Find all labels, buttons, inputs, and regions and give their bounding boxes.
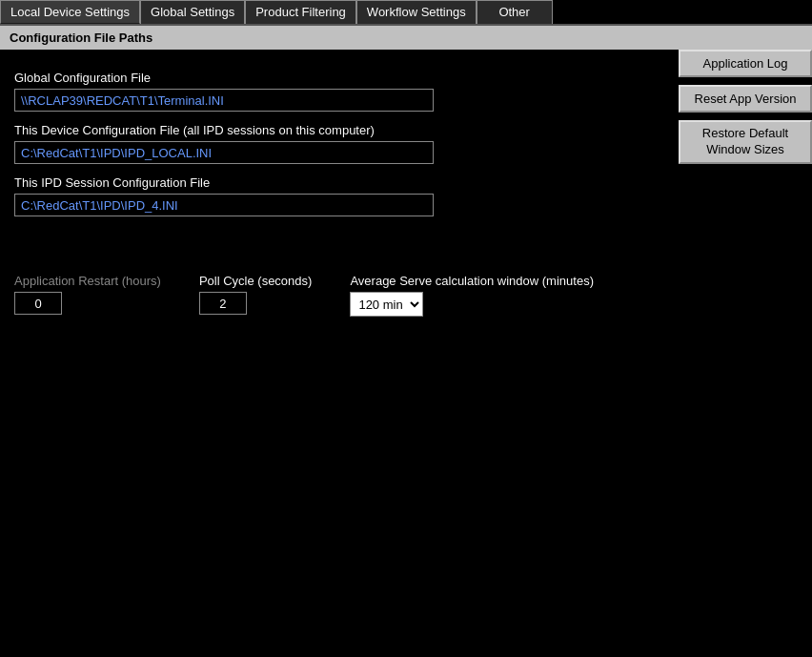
global-config-input[interactable] xyxy=(14,89,434,112)
bottom-section: Application Restart (hours) Poll Cycle (… xyxy=(0,264,812,326)
app-restart-input[interactable] xyxy=(14,292,62,315)
tab-local-device-settings[interactable]: Local Device Settings xyxy=(0,0,140,24)
app-restart-label: Application Restart (hours) xyxy=(14,274,161,288)
avg-serve-spinner-container: 120 min 60 min 30 min 15 min xyxy=(350,292,594,317)
section-header: Configuration File Paths xyxy=(0,26,812,50)
app-log-button[interactable]: Application Log xyxy=(679,50,812,77)
app-restart-group: Application Restart (hours) xyxy=(14,274,161,315)
session-config-label: This IPD Session Configuration File xyxy=(14,175,798,190)
avg-serve-group: Average Serve calculation window (minute… xyxy=(350,274,594,317)
poll-cycle-input[interactable] xyxy=(199,292,247,315)
poll-cycle-group: Poll Cycle (seconds) xyxy=(199,274,313,315)
tab-workflow-settings[interactable]: Workflow Settings xyxy=(356,0,477,24)
device-config-input[interactable] xyxy=(14,141,434,164)
tab-bar: Local Device Settings Global Settings Pr… xyxy=(0,0,812,26)
avg-serve-select[interactable]: 120 min 60 min 30 min 15 min xyxy=(350,292,423,317)
tab-other[interactable]: Other xyxy=(477,0,553,24)
content-area: Global Configuration File This Device Co… xyxy=(0,50,812,226)
session-config-input[interactable] xyxy=(14,194,434,216)
reset-app-button[interactable]: Reset App Version xyxy=(679,85,812,113)
tab-product-filtering[interactable]: Product Filtering xyxy=(245,0,356,24)
restore-window-button[interactable]: Restore Default Window Sizes xyxy=(679,120,812,164)
poll-cycle-label: Poll Cycle (seconds) xyxy=(199,274,313,288)
tab-global-settings[interactable]: Global Settings xyxy=(140,0,245,24)
avg-serve-label: Average Serve calculation window (minute… xyxy=(350,274,594,288)
